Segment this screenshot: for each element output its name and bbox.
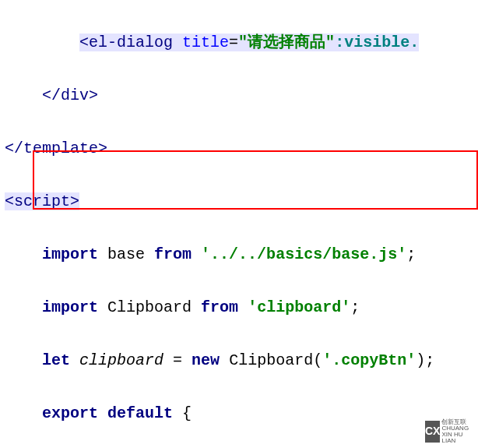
logo-text: 创新互联CHUANG XIN HU LIAN [441, 419, 475, 444]
code-line-1: <el-dialog title="请选择商品":visible. [5, 30, 473, 56]
code-line-5: import base from '../../basics/base.js'; [5, 242, 473, 268]
code-line-2: </div> [5, 83, 473, 109]
code-line-8: export default { [5, 400, 473, 427]
code-line-6: import Clipboard from 'clipboard'; [5, 295, 473, 321]
code-line-4: <script> [5, 189, 473, 215]
watermark-logo: CX 创新互联CHUANG XIN HU LIAN [425, 420, 475, 443]
code-line-7: let clipboard = new Clipboard('.copyBtn'… [5, 347, 473, 374]
code-block: <el-dialog title="请选择商品":visible. </div>… [0, 0, 478, 448]
code-line-3: </template> [5, 136, 473, 162]
logo-icon: CX [425, 421, 440, 443]
